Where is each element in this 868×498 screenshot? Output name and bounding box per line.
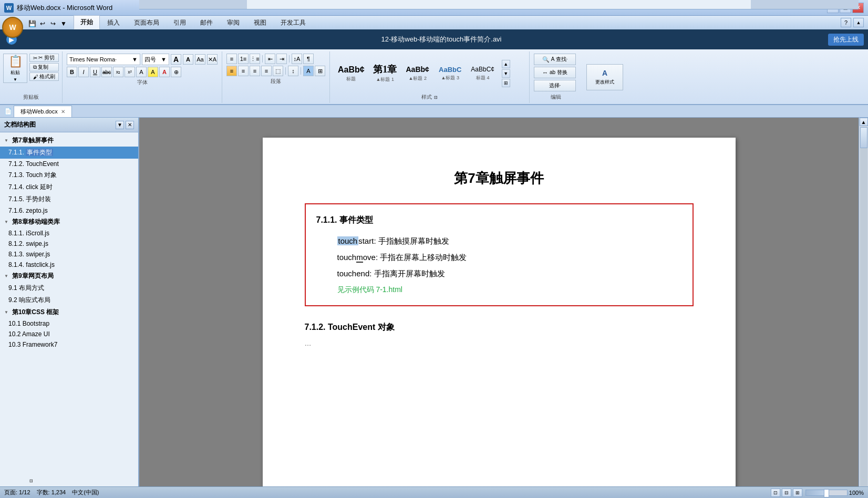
nav-item-712[interactable]: 7.1.2. TouchEvent (0, 159, 138, 169)
change-case-button[interactable]: Aa (195, 54, 205, 65)
doc-tab-close[interactable]: ✕ (61, 109, 65, 115)
qat-undo[interactable]: ↩ (38, 19, 47, 28)
event-item-1: touchmove: 手指在屏幕上移动时触发 (337, 253, 677, 263)
nav-item-91[interactable]: 9.1 布局方式 (0, 282, 138, 294)
italic-button[interactable]: I (78, 67, 89, 77)
align-left-button[interactable]: ≡ (226, 66, 237, 76)
document-tab-0[interactable]: 移动Web.docx ✕ (14, 106, 72, 117)
clear-format-button[interactable]: ✕A (207, 54, 218, 65)
copy-icon: ⧉ (33, 64, 37, 70)
tab-review[interactable]: 审阅 (220, 16, 246, 29)
text-effects-button[interactable]: A (136, 67, 147, 77)
tab-insert[interactable]: 插入 (100, 16, 127, 29)
tab-developer[interactable]: 开发工具 (274, 16, 313, 29)
style-h1[interactable]: 第1章 ▲标题 1 (369, 63, 401, 85)
tab-references[interactable]: 引用 (167, 16, 193, 29)
show-hide-button[interactable]: ¶ (303, 54, 314, 64)
qat-redo[interactable]: ↪ (48, 19, 58, 28)
nav-dropdown-btn[interactable]: ▼ (116, 121, 124, 129)
nav-close-btn[interactable]: ✕ (126, 121, 134, 129)
decrease-indent-button[interactable]: ⇤ (265, 54, 275, 64)
nav-resize-handle[interactable] (864, 0, 868, 498)
nav-item-716[interactable]: 7.1.6. zepto.js (0, 205, 138, 216)
view-web-btn[interactable]: ⊞ (793, 489, 802, 497)
nav-panel-header: 文档结构图 ▼ ✕ (0, 118, 138, 132)
font-name-select[interactable]: Times New Roma· ▼ (67, 54, 140, 65)
char-spacing-button[interactable]: ⊕ (171, 67, 181, 77)
strikethrough-button[interactable]: abc (101, 67, 112, 77)
tab-pagelayout[interactable]: 页面布局 (127, 16, 166, 29)
tab-mailings[interactable]: 邮件 (193, 16, 220, 29)
nav-item-813[interactable]: 8.1.3. swiper.js (0, 249, 138, 260)
multilevel-list-button[interactable]: ⋮≡ (250, 54, 260, 64)
align-center-button[interactable]: ≡ (238, 66, 249, 76)
nav-item-102[interactable]: 10.2 Amaze UI (0, 329, 138, 339)
view-print-btn[interactable]: ⊡ (771, 489, 780, 497)
paste-button[interactable]: 📋 粘贴 ▼ (3, 54, 27, 83)
clipboard-expand[interactable]: ⊡ (29, 479, 33, 483)
subscript-button[interactable]: x₂ (113, 67, 123, 77)
nav-item-714[interactable]: 7.1.4. click 延时 (0, 181, 138, 193)
numbering-button[interactable]: 1≡ (238, 54, 249, 64)
style-h3[interactable]: AaBbC ▲标题 3 (435, 64, 466, 84)
superscript-button[interactable]: x² (125, 67, 135, 77)
style-h2[interactable]: AaBb¢ ▲标题 2 (402, 64, 433, 84)
style-heading[interactable]: AaBb¢ 标题 (334, 63, 368, 84)
nav-item-92[interactable]: 9.2 响应式布局 (0, 294, 138, 306)
format-painter-button[interactable]: 🖌 格式刷 (29, 72, 59, 81)
font-size-select[interactable]: 四号 ▼ (142, 54, 169, 65)
justify-button[interactable]: ≡ (261, 66, 272, 76)
increase-indent-button[interactable]: ⇥ (276, 54, 287, 64)
style-h4[interactable]: AaBbC¢ 标题 4 (467, 64, 499, 82)
zoom-handle[interactable] (824, 489, 829, 497)
underline-button[interactable]: U (90, 67, 100, 77)
text-highlight-button[interactable]: A (148, 67, 158, 77)
bullets-button[interactable]: ≡ (226, 54, 237, 64)
nav-chapter-8[interactable]: 第8章移动端类库 (0, 216, 138, 228)
nav-item-811[interactable]: 8.1.1. iScroll.js (0, 228, 138, 238)
tab-home[interactable]: 开始 (74, 15, 100, 29)
find-button[interactable]: 🔍 A 查找· (534, 54, 576, 65)
cut-button[interactable]: ✂ ✂ 剪切 (29, 54, 59, 62)
tab-view[interactable]: 视图 (247, 16, 273, 29)
styles-scroll-up[interactable]: ▲ (502, 60, 510, 68)
line-spacing-button[interactable]: ↕ (288, 66, 298, 76)
copy-button[interactable]: ⧉ 复制 (29, 63, 59, 71)
nav-item-103[interactable]: 10.3 Framework7 (0, 339, 138, 350)
nav-chapter-9[interactable]: 第9章网页布局 (0, 270, 138, 282)
styles-expand[interactable]: ⊞ (502, 79, 510, 87)
ribbon-toggle[interactable]: ▲ (853, 18, 864, 27)
doc-link[interactable]: 见示例代码 7-1.html (337, 285, 677, 295)
align-right-button[interactable]: ≡ (250, 66, 260, 76)
nav-item-814[interactable]: 8.1.4. fastclick.js (0, 260, 138, 270)
view-full-btn[interactable]: ⊟ (782, 489, 791, 497)
status-bar: 页面: 1/12 字数: 1,234 中文(中国) ⊡ ⊟ ⊞ 100% (0, 486, 868, 498)
text-direction-button[interactable]: ⬚ (273, 66, 283, 76)
nav-item-812[interactable]: 8.1.2. swipe.js (0, 238, 138, 249)
zoom-slider[interactable] (805, 490, 848, 496)
nav-item-711[interactable]: 7.1.1. 事件类型 (0, 147, 138, 159)
qat-save[interactable]: 💾 (27, 19, 37, 28)
font-grow-button[interactable]: A (171, 54, 181, 65)
qat-dropdown[interactable]: ▼ (59, 19, 68, 28)
font-shrink-button[interactable]: A (183, 54, 193, 65)
shading-button[interactable]: A (303, 66, 314, 76)
help-button[interactable]: ? (841, 18, 851, 27)
nav-item-713[interactable]: 7.1.3. Touch 对象 (0, 169, 138, 181)
sort-button[interactable]: ↕A (292, 54, 302, 64)
nav-chapter-10[interactable]: 第10章CSS 框架 (0, 306, 138, 318)
select-button[interactable]: 选择· (534, 80, 576, 91)
borders-button[interactable]: ⊞ (315, 66, 325, 76)
font-color-button[interactable]: A (159, 67, 170, 77)
title-bar-left: W 移动Web.docx - Microsoft Word (4, 3, 112, 13)
styles-scroll-down[interactable]: ▼ (502, 69, 510, 78)
rush-online-btn[interactable]: 抢先上线 (828, 34, 864, 46)
nav-item-101[interactable]: 10.1 Bootstrap (0, 318, 138, 329)
nav-item-715[interactable]: 7.1.5. 手势封装 (0, 193, 138, 205)
office-button[interactable]: W (2, 17, 23, 38)
change-styles-button[interactable]: A 更改样式 (586, 64, 623, 90)
nav-chapter-7[interactable]: 第7章触屏事件 (0, 134, 138, 147)
styles-label: 样式 (421, 94, 432, 101)
replace-button[interactable]: ↔ ab 替换 (534, 67, 576, 78)
bold-button[interactable]: B (67, 67, 77, 77)
